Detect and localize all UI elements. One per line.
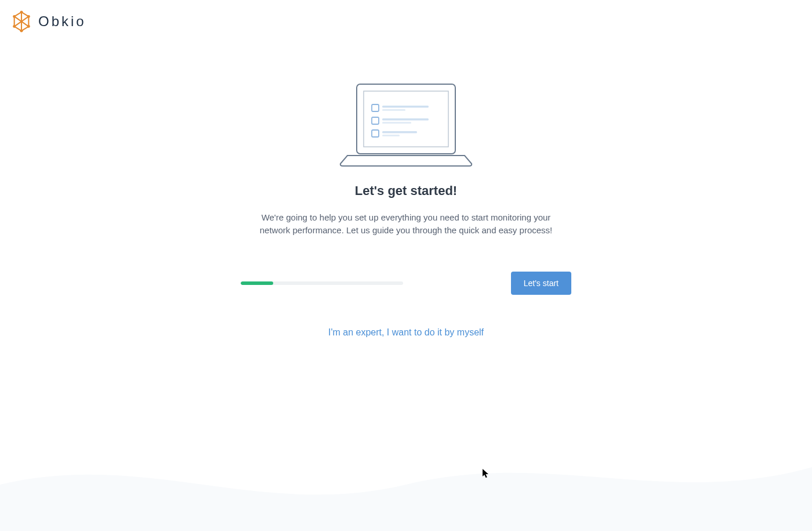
onboarding-title: Let's get started! xyxy=(355,183,457,198)
svg-point-7 xyxy=(20,30,23,32)
brand-name: Obkio xyxy=(38,13,86,30)
cursor-icon xyxy=(483,469,490,478)
svg-rect-13 xyxy=(382,106,429,108)
svg-rect-14 xyxy=(382,109,405,111)
progress-fill xyxy=(241,281,273,285)
svg-rect-20 xyxy=(382,135,400,136)
svg-point-6 xyxy=(27,25,30,28)
laptop-illustration-icon xyxy=(339,81,473,168)
background-wave xyxy=(0,415,812,531)
onboarding-action-row: Let's start xyxy=(241,272,571,295)
svg-point-4 xyxy=(20,10,23,13)
expert-skip-link[interactable]: I'm an expert, I want to do it by myself xyxy=(328,327,484,338)
onboarding-panel: Let's get started! We're going to help y… xyxy=(0,70,812,338)
svg-point-8 xyxy=(13,25,16,28)
brand-header: Obkio xyxy=(10,10,86,32)
svg-rect-19 xyxy=(382,131,417,133)
svg-rect-17 xyxy=(382,122,411,124)
svg-rect-16 xyxy=(382,118,429,121)
onboarding-description: We're going to help you set up everythin… xyxy=(249,211,563,237)
logo-icon xyxy=(10,10,32,32)
svg-point-5 xyxy=(27,15,30,18)
svg-point-9 xyxy=(13,15,16,18)
start-button[interactable]: Let's start xyxy=(511,272,571,295)
progress-bar xyxy=(241,281,403,285)
